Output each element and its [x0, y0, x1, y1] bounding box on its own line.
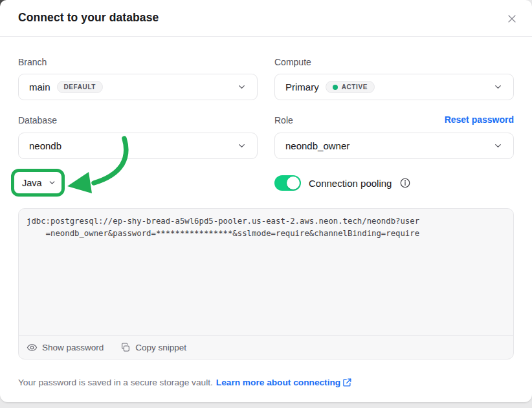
chevron-down-icon: [493, 141, 503, 151]
copy-snippet-button[interactable]: Copy snippet: [120, 342, 186, 352]
connection-string-panel: jdbc:postgresql://ep-shy-bread-a5wl6pd5-…: [18, 208, 514, 360]
chevron-down-icon: [493, 82, 503, 92]
database-label: Database: [18, 115, 57, 125]
reset-password-link[interactable]: Reset password: [445, 114, 514, 125]
database-select[interactable]: neondb: [18, 133, 258, 159]
role-select[interactable]: neondb_owner: [274, 133, 514, 159]
branch-label: Branch: [18, 57, 47, 67]
close-button[interactable]: [505, 12, 519, 26]
compute-select[interactable]: Primary ACTIVE: [274, 74, 514, 100]
connection-string-code[interactable]: jdbc:postgresql://ep-shy-bread-a5wl6pd5-…: [27, 215, 505, 239]
database-value: neondb: [29, 140, 61, 151]
compute-value: Primary: [285, 81, 319, 92]
role-value: neondb_owner: [285, 140, 349, 151]
role-label: Role: [274, 115, 293, 125]
chevron-down-icon: [48, 178, 56, 187]
show-password-button[interactable]: Show password: [27, 342, 104, 353]
branch-value: main: [29, 81, 50, 92]
active-dot-icon: [333, 85, 338, 90]
connect-database-dialog: Connect to your database Branch main DEF…: [0, 0, 532, 402]
connection-pooling-toggle[interactable]: [274, 175, 301, 191]
connection-pooling-label: Connection pooling: [309, 178, 392, 189]
snippet-toolbar: Show password Copy snippet: [19, 335, 513, 359]
chevron-down-icon: [237, 141, 247, 151]
dialog-header: Connect to your database: [0, 0, 532, 37]
eye-icon: [27, 342, 38, 353]
info-icon[interactable]: [399, 177, 411, 189]
active-badge: ACTIVE: [326, 81, 375, 93]
default-badge: DEFAULT: [57, 81, 104, 93]
connection-pooling-row: Connection pooling: [274, 175, 411, 191]
branch-select[interactable]: main DEFAULT: [18, 74, 258, 100]
copy-icon: [120, 342, 131, 352]
compute-label: Compute: [274, 57, 311, 67]
footer-text: Your password is saved in a secure stora…: [18, 378, 213, 387]
language-value: Java: [22, 178, 42, 188]
dialog-title: Connect to your database: [18, 11, 159, 25]
toggle-knob: [287, 177, 300, 189]
language-select[interactable]: Java: [16, 173, 60, 193]
learn-more-link[interactable]: Learn more about connecting: [216, 378, 352, 387]
close-icon: [505, 12, 518, 25]
external-link-icon: [342, 378, 352, 387]
footer-note: Your password is saved in a secure stora…: [18, 378, 352, 387]
chevron-down-icon: [237, 82, 247, 92]
